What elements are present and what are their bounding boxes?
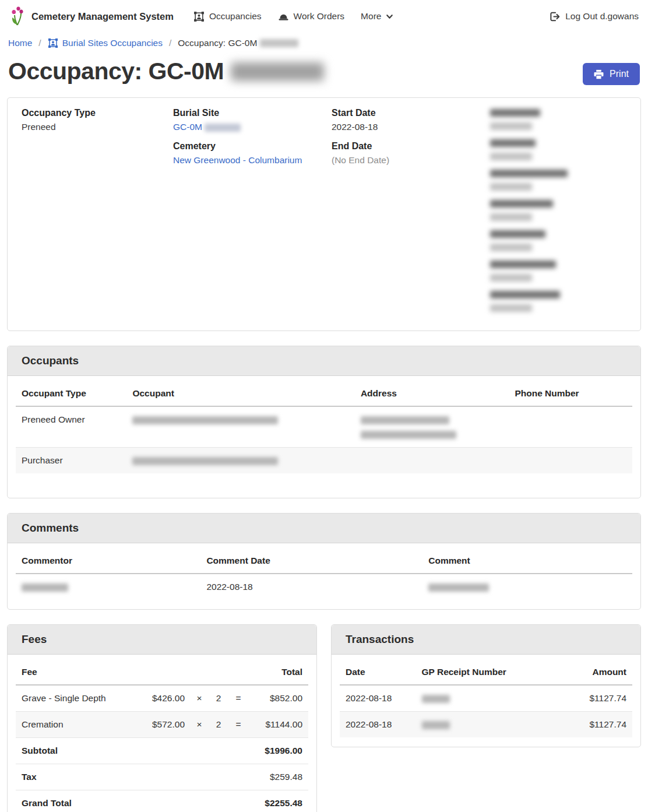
- redacted-field: [490, 200, 626, 221]
- redacted-text: [205, 124, 241, 132]
- hard-hat-icon: [278, 11, 289, 22]
- redacted-field: [490, 230, 626, 251]
- breadcrumb-current-label: Occupancy: GC-0M: [178, 38, 257, 48]
- breadcrumb-current: Occupancy: GC-0M: [178, 38, 298, 48]
- subtotal-label: Subtotal: [16, 738, 248, 764]
- end-date-value: (No End Date): [332, 153, 490, 167]
- occupants-col-phone: Phone Number: [509, 379, 632, 406]
- page-title: Occupancy: GC-0M: [8, 58, 324, 85]
- breadcrumb-occupancies-label: Burial Sites Occupancies: [62, 38, 163, 48]
- redacted-label: [490, 139, 536, 147]
- cemetery-field: Cemetery New Greenwood - Columbarium: [173, 140, 332, 167]
- nav-occupancies[interactable]: Occupancies: [193, 11, 262, 22]
- print-button[interactable]: Print: [583, 63, 640, 85]
- transaction-receipt-cell: [416, 712, 545, 738]
- fee-row: Cremation $572.00 × 2 = $1144.00: [16, 712, 308, 738]
- page-title-text: Occupancy: GC-0M: [8, 58, 224, 85]
- details-column-3: Start Date 2022-08-18 End Date (No End D…: [332, 107, 490, 321]
- breadcrumb-occupancies-link[interactable]: Burial Sites Occupancies: [48, 38, 163, 48]
- fees-section: Fees Fee Total: [7, 624, 317, 812]
- occupancy-type-label: Occupancy Type: [22, 107, 173, 119]
- chevron-down-icon: [386, 13, 393, 20]
- fee-equals-cell: =: [229, 712, 248, 738]
- redacted-text: [361, 431, 456, 439]
- burial-site-label: Burial Site: [173, 107, 332, 119]
- fees-tax-row: Tax $259.48: [16, 764, 308, 790]
- printer-icon: [594, 69, 604, 79]
- comments-col-comment: Comment: [422, 547, 632, 574]
- redacted-field: [490, 109, 626, 130]
- occupants-table: Occupant Type Occupant Address Phone Num…: [16, 379, 632, 473]
- title-row: Occupancy: GC-0M Print: [0, 51, 648, 97]
- start-date-field: Start Date 2022-08-18: [332, 107, 490, 133]
- occupants-section: Occupants Occupant Type Occupant Address…: [7, 346, 641, 498]
- comments-table: Commentor Comment Date Comment 2022-08-1…: [16, 547, 632, 600]
- redacted-label: [490, 109, 540, 117]
- occupants-section-title: Occupants: [8, 346, 640, 376]
- tulip-logo-icon: [9, 6, 26, 27]
- grand-total-label: Grand Total: [16, 790, 248, 812]
- comments-col-commentor: Commentor: [16, 547, 200, 574]
- transaction-date-cell: 2022-08-18: [340, 685, 416, 712]
- transaction-receipt-cell: [416, 685, 545, 712]
- occupant-phone-cell: [509, 406, 632, 448]
- occupancy-details-card: Occupancy Type Preneed Burial Site GC-0M…: [7, 97, 641, 331]
- start-date-label: Start Date: [332, 107, 490, 119]
- occupant-name-cell: [126, 406, 354, 448]
- fee-name-cell: Cremation: [16, 712, 137, 738]
- breadcrumb-separator: /: [169, 38, 171, 48]
- fee-total-cell: $1144.00: [248, 712, 308, 738]
- details-column-1: Occupancy Type Preneed: [22, 107, 173, 321]
- redacted-value: [490, 304, 532, 312]
- transactions-col-receipt: GP Receipt Number: [416, 658, 545, 685]
- redacted-text: [231, 62, 324, 81]
- nav-more-label: More: [361, 11, 381, 22]
- app-title: Cemetery Management System: [31, 11, 174, 22]
- occupants-col-occupant: Occupant: [126, 379, 354, 406]
- redacted-label: [490, 230, 545, 238]
- nav-work-orders-label: Work Orders: [294, 11, 345, 22]
- redacted-value: [490, 213, 532, 221]
- end-date-field: End Date (No End Date): [332, 140, 490, 167]
- redacted-text: [132, 416, 278, 424]
- redacted-label: [490, 200, 553, 208]
- redacted-text: [422, 721, 450, 729]
- transactions-table: Date GP Receipt Number Amount 2022-08-18…: [340, 658, 632, 737]
- transactions-section: Transactions Date GP Receipt Number Amou…: [331, 624, 641, 747]
- fee-qty-cell: 2: [208, 685, 229, 712]
- logout-link[interactable]: Log Out d.gowans: [549, 11, 639, 22]
- redacted-field: [490, 261, 626, 282]
- fee-times-cell: ×: [191, 712, 208, 738]
- fees-table: Fee Total Grave - Single Depth $426.00: [16, 658, 308, 812]
- fee-total-cell: $852.00: [248, 685, 308, 712]
- nav-work-orders[interactable]: Work Orders: [278, 11, 345, 22]
- fees-col-fee: Fee: [16, 658, 137, 685]
- end-date-label: End Date: [332, 140, 490, 153]
- cemetery-link[interactable]: New Greenwood - Columbarium: [173, 155, 302, 165]
- occupant-address-cell: [355, 448, 509, 474]
- fees-subtotal-row: Subtotal $1996.00: [16, 738, 308, 764]
- nav-more[interactable]: More: [361, 11, 393, 22]
- tax-value: $259.48: [248, 764, 308, 790]
- redacted-value: [490, 183, 532, 191]
- occupant-type-cell: Preneed Owner: [16, 406, 126, 448]
- transaction-date-cell: 2022-08-18: [340, 712, 416, 738]
- comment-date-cell: 2022-08-18: [200, 574, 422, 600]
- breadcrumb-home-link[interactable]: Home: [8, 38, 32, 48]
- breadcrumb: Home / Burial Sites Occupancies / Occupa…: [0, 33, 648, 51]
- commentor-cell: [16, 574, 200, 600]
- comment-cell: [422, 574, 632, 600]
- occupant-row: Purchaser: [16, 448, 632, 474]
- print-button-label: Print: [610, 69, 629, 79]
- occupant-address-cell: [355, 406, 509, 448]
- grand-total-value: $2255.48: [248, 790, 308, 812]
- burial-site-link[interactable]: GC-0M: [173, 122, 202, 132]
- fee-price-cell: $426.00: [137, 685, 191, 712]
- occupancy-plot-icon: [48, 38, 58, 48]
- top-navbar: Cemetery Management System Occupancies W…: [0, 0, 648, 33]
- details-column-2: Burial Site GC-0M Cemetery New Greenwood…: [173, 107, 332, 321]
- comments-section-title: Comments: [8, 514, 640, 543]
- fees-col-total: Total: [248, 658, 308, 685]
- redacted-label: [490, 261, 556, 268]
- redacted-text: [428, 583, 489, 592]
